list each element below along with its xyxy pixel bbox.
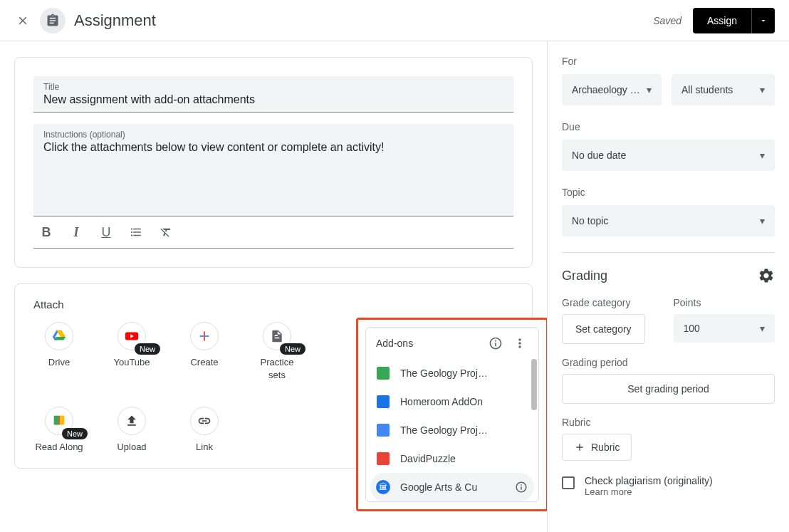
addon-item[interactable]: 🏛Google Arts & Cu: [370, 473, 534, 501]
students-value: All students: [681, 84, 733, 95]
attach-title: Attach: [33, 298, 513, 311]
addon-name: Homeroom AddOn: [400, 396, 528, 407]
plagiarism-checkbox[interactable]: [562, 476, 575, 489]
plus-icon: [190, 322, 219, 350]
caret-down-icon: ▾: [760, 215, 765, 226]
assign-button[interactable]: Assign: [693, 8, 751, 33]
students-select[interactable]: All students ▾: [672, 74, 775, 105]
sidebar: For Archaeology … ▾ All students ▾ Due N…: [547, 41, 789, 532]
for-label: For: [562, 56, 775, 67]
italic-button[interactable]: I: [68, 224, 85, 241]
clear-formatting-button[interactable]: [157, 224, 174, 241]
points-label: Points: [674, 297, 775, 308]
gear-icon: [758, 267, 775, 284]
attach-label: Create: [190, 356, 218, 369]
addons-header: Add-ons: [366, 328, 538, 359]
page-title: Assignment: [74, 11, 156, 30]
saved-status: Saved: [653, 15, 681, 26]
due-value: No due date: [572, 150, 626, 161]
title-label: Title: [43, 82, 503, 92]
due-date-select[interactable]: No due date ▾: [562, 140, 775, 171]
topic-label: Topic: [562, 187, 775, 198]
underline-button[interactable]: U: [98, 224, 115, 241]
header: Assignment Saved Assign: [0, 0, 789, 41]
clipboard-icon: [46, 14, 60, 28]
attach-item-upload[interactable]: Upload: [106, 407, 157, 454]
addons-list[interactable]: The Geology Proj…Homeroom AddOnThe Geolo…: [366, 359, 538, 501]
addon-item[interactable]: DavidPuzzle: [366, 444, 538, 473]
close-button[interactable]: [14, 12, 31, 29]
new-badge: New: [280, 343, 305, 355]
assignment-type-icon: [40, 8, 66, 33]
attach-item-file[interactable]: NewPractice sets: [251, 322, 303, 381]
attach-label: Link: [196, 441, 213, 454]
addon-icon: [376, 423, 390, 437]
addon-info-icon[interactable]: [514, 480, 528, 494]
attach-item-drive[interactable]: Drive: [33, 322, 85, 381]
attach-label: Read Along: [35, 441, 83, 454]
new-badge: New: [62, 428, 88, 439]
assignment-card: Title New assignment with add-on attachm…: [14, 57, 533, 268]
class-value: Archaeology …: [572, 84, 640, 95]
points-value: 100: [684, 323, 700, 334]
instructions-input[interactable]: Click the attachments below to view cont…: [43, 141, 503, 154]
caret-down-icon: ▾: [760, 150, 765, 161]
addon-item[interactable]: Homeroom AddOn: [366, 387, 538, 416]
instructions-label: Instructions (optional): [43, 130, 503, 140]
attach-item-book[interactable]: NewRead Along: [33, 407, 85, 454]
assign-button-group: Assign: [693, 8, 775, 33]
points-select[interactable]: 100 ▾: [674, 314, 775, 343]
info-icon: [488, 336, 503, 350]
assign-dropdown[interactable]: [751, 8, 775, 33]
attach-label: Drive: [48, 356, 70, 369]
close-icon: [16, 14, 29, 27]
addons-panel: Add-ons The Geology Proj…Homeroom AddOnT…: [356, 318, 547, 511]
grading-settings-button[interactable]: [758, 267, 775, 284]
attach-item-youtube[interactable]: NewYouTube: [106, 322, 157, 381]
addon-name: The Geology Proj…: [400, 367, 528, 379]
plus-icon: [574, 442, 585, 453]
caret-down-icon: ▾: [647, 84, 652, 95]
caret-down-icon: ▾: [760, 323, 765, 334]
instructions-field[interactable]: Instructions (optional) Click the attach…: [33, 124, 513, 217]
caret-down-icon: ▾: [760, 84, 765, 95]
addon-item[interactable]: The Geology Proj…: [366, 359, 538, 387]
link-icon: [190, 407, 219, 435]
grading-period-label: Grading period: [562, 357, 775, 368]
topic-select[interactable]: No topic ▾: [562, 205, 775, 236]
set-category-button[interactable]: Set category: [562, 314, 645, 344]
addons-info-button[interactable]: [487, 335, 504, 352]
addons-scrollbar[interactable]: [531, 359, 537, 410]
more-vert-icon: [513, 336, 527, 350]
addon-icon: 🏛: [376, 480, 390, 494]
rubric-button-label: Rubric: [591, 442, 620, 453]
new-badge: New: [135, 343, 160, 355]
title-input[interactable]: New assignment with add-on attachments: [43, 93, 503, 106]
caret-down-icon: [759, 16, 768, 25]
bullet-list-button[interactable]: [127, 224, 145, 241]
attach-label: YouTube: [113, 356, 150, 369]
due-label: Due: [562, 121, 775, 132]
clear-format-icon: [160, 226, 172, 239]
addons-title: Add-ons: [376, 338, 480, 349]
learn-more-link[interactable]: Learn more: [585, 486, 713, 497]
grade-category-label: Grade category: [562, 297, 664, 308]
rubric-button[interactable]: Rubric: [562, 434, 632, 461]
addon-icon: [376, 395, 390, 409]
grading-title: Grading: [562, 268, 607, 283]
addons-more-button[interactable]: [511, 335, 528, 352]
addon-icon: [376, 366, 390, 380]
list-icon: [130, 226, 142, 239]
attach-item-link[interactable]: Link: [179, 407, 230, 454]
attach-label: Upload: [117, 441, 146, 454]
title-field[interactable]: Title New assignment with add-on attachm…: [33, 76, 513, 113]
topic-value: No topic: [572, 215, 608, 226]
addon-item[interactable]: The Geology Proj…: [366, 416, 538, 444]
plagiarism-label: Check plagiarism (originality): [585, 475, 713, 486]
set-grading-period-button[interactable]: Set grading period: [562, 374, 775, 404]
formatting-toolbar: B I U: [33, 217, 513, 249]
class-select[interactable]: Archaeology … ▾: [562, 74, 662, 105]
rubric-label: Rubric: [562, 417, 775, 428]
bold-button[interactable]: B: [38, 224, 55, 241]
attach-item-plus[interactable]: Create: [179, 322, 230, 381]
